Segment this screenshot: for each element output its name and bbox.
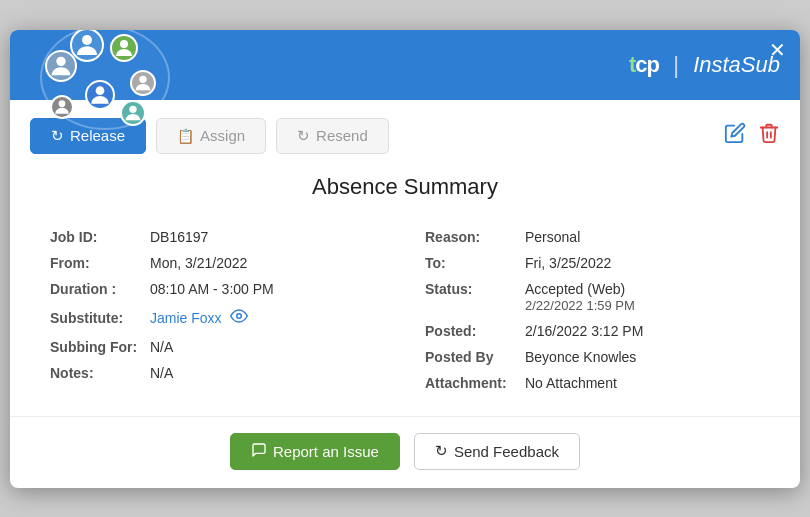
right-column: Reason: Personal To: Fri, 3/25/2022 Stat…: [425, 224, 760, 396]
substitute-row: Substitute: Jamie Foxx: [50, 302, 385, 334]
resend-label: Resend: [316, 127, 368, 144]
delete-button[interactable]: [758, 122, 780, 149]
avatar: [120, 100, 146, 126]
job-id-row: Job ID: DB16197: [50, 224, 385, 250]
subbing-for-label: Subbing For:: [50, 339, 150, 355]
eye-icon: [230, 307, 248, 329]
report-issue-icon: [251, 442, 267, 461]
section-title: Absence Summary: [50, 174, 760, 200]
substitute-label: Substitute:: [50, 310, 150, 326]
job-id-label: Job ID:: [50, 229, 150, 245]
avatar: [70, 30, 104, 62]
from-value: Mon, 3/21/2022: [150, 255, 385, 271]
svg-point-2: [56, 56, 65, 65]
send-feedback-icon: ↻: [435, 442, 448, 460]
info-grid: Job ID: DB16197 From: Mon, 3/21/2022 Dur…: [50, 224, 760, 396]
instasub-logo: InstaSub: [693, 52, 780, 78]
posted-by-value: Beyonce Knowles: [525, 349, 760, 365]
svg-point-5: [59, 100, 66, 107]
avatar: [110, 34, 138, 62]
job-id-value: DB16197: [150, 229, 385, 245]
header-logo: tcp | InstaSub: [629, 51, 780, 79]
attachment-label: Attachment:: [425, 375, 525, 391]
logo-divider: |: [673, 51, 679, 79]
to-value: Fri, 3/25/2022: [525, 255, 760, 271]
duration-label: Duration :: [50, 281, 150, 297]
status-row: Status: Accepted (Web) 2/22/2022 1:59 PM: [425, 276, 760, 318]
posted-by-label: Posted By: [425, 349, 525, 365]
svg-point-6: [129, 105, 136, 112]
status-label: Status:: [425, 281, 525, 297]
reason-value: Personal: [525, 229, 760, 245]
avatar: [85, 80, 115, 110]
subbing-for-value: N/A: [150, 339, 385, 355]
report-issue-button[interactable]: Report an Issue: [230, 433, 400, 470]
tcp-logo: tcp: [629, 52, 659, 78]
modal-header: tcp | InstaSub ✕: [10, 30, 800, 100]
avatar: [130, 70, 156, 96]
posted-row: Posted: 2/16/2022 3:12 PM: [425, 318, 760, 344]
avatar: [50, 95, 74, 119]
posted-value: 2/16/2022 3:12 PM: [525, 323, 760, 339]
svg-point-1: [120, 40, 128, 48]
notes-value: N/A: [150, 365, 385, 381]
avatar: [45, 50, 77, 82]
modal-container: tcp | InstaSub ✕ ↻ Release 📋 Assign ↻ Re…: [10, 30, 800, 488]
attachment-value: No Attachment: [525, 375, 760, 391]
notes-row: Notes: N/A: [50, 360, 385, 386]
status-date: 2/22/2022 1:59 PM: [525, 298, 635, 313]
avatar-group: [30, 30, 180, 140]
from-row: From: Mon, 3/21/2022: [50, 250, 385, 276]
duration-value: 08:10 AM - 3:00 PM: [150, 281, 385, 297]
assign-label: Assign: [200, 127, 245, 144]
content-area: Absence Summary Job ID: DB16197 From: Mo…: [10, 164, 800, 416]
to-label: To:: [425, 255, 525, 271]
send-feedback-button[interactable]: ↻ Send Feedback: [414, 433, 580, 470]
svg-point-0: [82, 35, 92, 45]
toolbar-right: [724, 122, 780, 149]
send-feedback-label: Send Feedback: [454, 443, 559, 460]
notes-label: Notes:: [50, 365, 150, 381]
svg-point-4: [96, 86, 105, 95]
svg-point-3: [139, 75, 146, 82]
substitute-value[interactable]: Jamie Foxx: [150, 307, 385, 329]
from-label: From:: [50, 255, 150, 271]
duration-row: Duration : 08:10 AM - 3:00 PM: [50, 276, 385, 302]
status-value: Accepted (Web) 2/22/2022 1:59 PM: [525, 281, 760, 313]
posted-label: Posted:: [425, 323, 525, 339]
edit-button[interactable]: [724, 122, 746, 149]
footer: Report an Issue ↻ Send Feedback: [10, 416, 800, 488]
reason-label: Reason:: [425, 229, 525, 245]
report-issue-label: Report an Issue: [273, 443, 379, 460]
posted-by-row: Posted By Beyonce Knowles: [425, 344, 760, 370]
reason-row: Reason: Personal: [425, 224, 760, 250]
to-row: To: Fri, 3/25/2022: [425, 250, 760, 276]
svg-point-7: [236, 313, 241, 318]
attachment-row: Attachment: No Attachment: [425, 370, 760, 396]
close-button[interactable]: ✕: [769, 40, 786, 60]
resend-icon: ↻: [297, 127, 310, 145]
resend-button[interactable]: ↻ Resend: [276, 118, 389, 154]
subbing-for-row: Subbing For: N/A: [50, 334, 385, 360]
left-column: Job ID: DB16197 From: Mon, 3/21/2022 Dur…: [50, 224, 385, 396]
